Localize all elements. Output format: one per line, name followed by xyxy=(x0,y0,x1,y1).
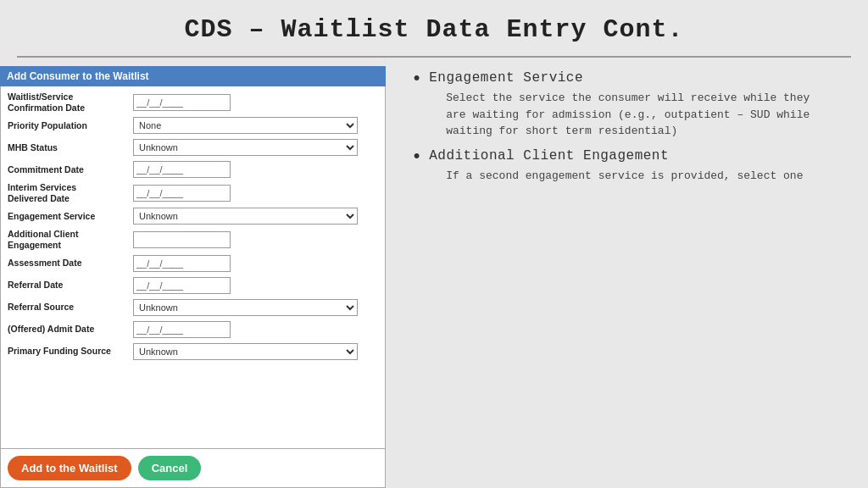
bullet-content-1: Engagement Service Select the service th… xyxy=(429,70,810,140)
control-referral-source: Unknown xyxy=(133,299,378,316)
input-interim-services-date[interactable] xyxy=(133,185,231,202)
label-assessment-date: Assessment Date xyxy=(8,258,133,269)
form-row-funding-source: Primary Funding Source Unknown xyxy=(8,342,378,361)
form-row-commitment-date: Commitment Date xyxy=(8,160,378,179)
bullet-content-2: Additional Client Engagement If a second… xyxy=(429,148,803,185)
form-row-priority-population: Priority Population None xyxy=(8,116,378,135)
label-mhb-status: MHB Status xyxy=(8,142,133,153)
form-header: Add Consumer to the Waitlist xyxy=(0,66,386,86)
label-admit-date: (Offered) Admit Date xyxy=(8,324,133,335)
select-engagement-service[interactable]: Unknown xyxy=(133,208,358,225)
page: CDS – Waitlist Data Entry Cont. Add Cons… xyxy=(0,0,868,488)
input-assessment-date[interactable] xyxy=(133,255,231,272)
select-priority-population[interactable]: None xyxy=(133,117,358,134)
control-engagement-service: Unknown xyxy=(133,208,378,225)
label-interim-services: Interim ServicesDelivered Date xyxy=(8,182,133,203)
page-title: CDS – Waitlist Data Entry Cont. xyxy=(17,15,851,44)
control-commitment-date xyxy=(133,161,378,178)
input-additional-engagement[interactable] xyxy=(133,231,231,248)
form-body: Waitlist/ServiceConfirmation Date Priori… xyxy=(0,86,386,449)
select-funding-source[interactable]: Unknown xyxy=(133,343,358,360)
control-funding-source: Unknown xyxy=(133,343,378,360)
input-commitment-date[interactable] xyxy=(133,161,231,178)
select-referral-source[interactable]: Unknown xyxy=(133,299,358,316)
label-additional-engagement: Additional ClientEngagement xyxy=(8,229,133,250)
bullet-desc-additional: If a second engagement service is provid… xyxy=(429,168,803,185)
control-priority-population: None xyxy=(133,117,378,134)
bullet-title-additional: Additional Client Engagement xyxy=(429,148,803,164)
form-row-mhb-status: MHB Status Unknown xyxy=(8,138,378,157)
control-additional-engagement xyxy=(133,231,378,248)
input-confirmation-date[interactable] xyxy=(133,94,231,111)
bullet-dot-2: • xyxy=(411,148,422,167)
divider xyxy=(17,56,851,58)
bullet-title-engagement: Engagement Service xyxy=(429,70,810,86)
add-to-waitlist-button[interactable]: Add to the Waitlist xyxy=(8,456,131,480)
input-referral-date[interactable] xyxy=(133,277,231,294)
title-section: CDS – Waitlist Data Entry Cont. xyxy=(0,0,868,53)
label-priority-population: Priority Population xyxy=(8,120,133,131)
form-row-assessment-date: Assessment Date xyxy=(8,254,378,273)
right-panel: • Engagement Service Select the service … xyxy=(386,66,868,488)
control-confirmation-date xyxy=(133,94,378,111)
control-mhb-status: Unknown xyxy=(133,139,378,156)
cancel-button[interactable]: Cancel xyxy=(138,456,202,480)
form-footer: Add to the Waitlist Cancel xyxy=(0,449,386,488)
form-row-engagement-service: Engagement Service Unknown xyxy=(8,207,378,225)
form-row-confirmation-date: Waitlist/ServiceConfirmation Date xyxy=(8,92,378,113)
control-referral-date xyxy=(133,277,378,294)
bullet-dot-1: • xyxy=(411,70,422,89)
control-assessment-date xyxy=(133,255,378,272)
control-admit-date xyxy=(133,321,378,338)
form-row-interim-services: Interim ServicesDelivered Date xyxy=(8,182,378,203)
left-panel: Add Consumer to the Waitlist Waitlist/Se… xyxy=(0,66,386,488)
form-row-referral-source: Referral Source Unknown xyxy=(8,298,378,317)
input-admit-date[interactable] xyxy=(133,321,231,338)
label-confirmation-date: Waitlist/ServiceConfirmation Date xyxy=(8,92,133,113)
form-row-additional-engagement: Additional ClientEngagement xyxy=(8,229,378,250)
control-interim-services xyxy=(133,185,378,202)
label-engagement-service: Engagement Service xyxy=(8,211,133,222)
form-row-admit-date: (Offered) Admit Date xyxy=(8,320,378,339)
bullet-desc-engagement: Select the service the consumer will rec… xyxy=(429,90,810,140)
bullet-section-additional: • Additional Client Engagement If a seco… xyxy=(411,148,843,185)
label-referral-date: Referral Date xyxy=(8,280,133,291)
label-referral-source: Referral Source xyxy=(8,302,133,313)
label-commitment-date: Commitment Date xyxy=(8,164,133,175)
bullet-section-engagement: • Engagement Service Select the service … xyxy=(411,70,843,140)
content-area: Add Consumer to the Waitlist Waitlist/Se… xyxy=(0,66,868,488)
form-row-referral-date: Referral Date xyxy=(8,276,378,295)
select-mhb-status[interactable]: Unknown xyxy=(133,139,358,156)
label-funding-source: Primary Funding Source xyxy=(8,346,133,357)
